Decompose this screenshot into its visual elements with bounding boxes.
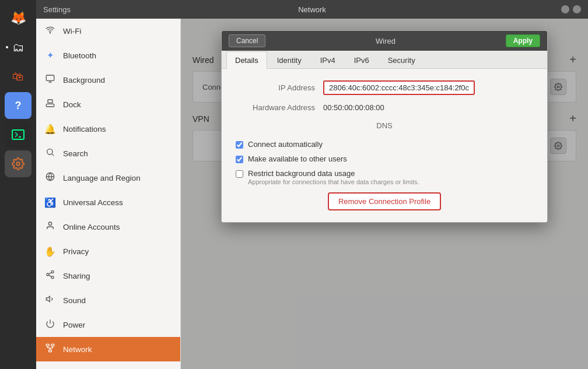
power-icon	[44, 319, 56, 331]
tab-details[interactable]: Details	[226, 51, 267, 69]
ip-address-row: IP Address 2806:40c:6002:cccc:48c3:345e:…	[236, 80, 533, 95]
sidebar-sharing-label: Sharing	[63, 272, 90, 280]
taskbar-files[interactable]: 🗂	[5, 34, 32, 61]
bluetooth-icon: ✦	[44, 50, 56, 61]
sidebar-item-power[interactable]: Power	[36, 312, 180, 337]
sidebar-item-sharing[interactable]: Sharing	[36, 263, 180, 288]
main-content: Settings Network Wi-Fi	[36, 0, 588, 369]
taskbar: 🦊 🗂 🛍 ?	[0, 0, 36, 369]
search-icon	[44, 147, 56, 159]
sidebar-item-privacy[interactable]: ✋ Privacy	[36, 239, 180, 263]
svg-marker-19	[46, 296, 50, 301]
background-icon	[44, 74, 56, 86]
minimize-button[interactable]	[561, 5, 569, 13]
dialog-body: IP Address 2806:40c:6002:cccc:48c3:345e:…	[222, 69, 547, 222]
language-icon	[44, 172, 56, 184]
dialog-titlebar: Cancel Wired Apply	[222, 31, 547, 51]
ip-address-label: IP Address	[236, 83, 323, 92]
sidebar-item-bluetooth[interactable]: ✦ Bluetooth	[36, 43, 180, 68]
hardware-address-row: Hardware Address 00:50:00:00:08:00	[236, 103, 533, 112]
sidebar-privacy-label: Privacy	[63, 247, 89, 256]
hardware-address-value: 00:50:00:00:08:00	[323, 103, 384, 112]
svg-rect-22	[51, 344, 54, 346]
taskbar-store[interactable]: 🛍	[5, 63, 32, 90]
ip-address-value: 2806:40c:6002:cccc:48c3:345e:c184:2f0c	[323, 80, 475, 95]
available-users-checkbox[interactable]	[236, 156, 243, 163]
sidebar-notifications-label: Notifications	[63, 125, 106, 133]
available-users-label[interactable]: Make available to other users	[248, 154, 347, 163]
tab-security[interactable]: Security	[379, 51, 424, 69]
tab-ipv6[interactable]: IPv6	[345, 51, 378, 69]
sidebar-item-dock[interactable]: Dock	[36, 92, 180, 117]
sidebar-dock-label: Dock	[63, 100, 81, 109]
dialog-title: Wired	[376, 37, 396, 45]
tab-ipv4[interactable]: IPv4	[312, 51, 344, 69]
sidebar-network-label: Network	[63, 345, 92, 354]
sidebar-item-sound[interactable]: Sound	[36, 288, 180, 312]
cancel-button[interactable]: Cancel	[229, 34, 265, 47]
dialog-overlay: Cancel Wired Apply Details Identity IPv4…	[181, 19, 588, 369]
taskbar-help[interactable]: ?	[5, 92, 32, 119]
sidebar-background-label: Background	[63, 76, 105, 85]
svg-point-15	[47, 273, 49, 276]
sidebar-item-background[interactable]: Background	[36, 68, 180, 92]
privacy-icon: ✋	[44, 246, 56, 257]
restrict-data-row: Restrict background data usage Appropria…	[236, 169, 533, 185]
sidebar-language-label: Language and Region	[63, 174, 141, 182]
sidebar-search-label: Search	[63, 149, 88, 158]
sidebar-item-notifications[interactable]: 🔔 Notifications	[36, 117, 180, 141]
network-icon	[44, 343, 56, 355]
svg-line-18	[49, 272, 52, 274]
sound-icon	[44, 294, 56, 306]
sidebar-item-devices[interactable]: Devices ▶	[36, 361, 180, 369]
tab-identity[interactable]: Identity	[268, 51, 310, 69]
taskbar-firefox[interactable]: 🦊	[5, 5, 32, 31]
svg-line-10	[52, 154, 54, 156]
sidebar-item-language[interactable]: Language and Region	[36, 166, 180, 190]
titlebar-settings-label: Settings	[43, 5, 71, 14]
svg-point-13	[48, 222, 51, 225]
sidebar-universal-label: Universal Access	[63, 198, 123, 207]
sidebar-item-network[interactable]: Network	[36, 337, 180, 361]
available-users-row: Make available to other users	[236, 154, 533, 163]
wired-dialog: Cancel Wired Apply Details Identity IPv4…	[221, 30, 548, 223]
restrict-data-sublabel: Appropriate for connections that have da…	[248, 178, 419, 185]
sidebar-bluetooth-label: Bluetooth	[63, 51, 96, 60]
sidebar: Wi-Fi ✦ Bluetooth Background	[36, 19, 181, 369]
dialog-tabs: Details Identity IPv4 IPv6 Security	[222, 51, 547, 69]
maximize-button[interactable]	[573, 5, 581, 13]
svg-point-14	[51, 270, 54, 273]
dns-label: DNS	[376, 121, 392, 130]
taskbar-settings[interactable]	[5, 150, 32, 177]
sharing-icon	[44, 270, 56, 282]
sidebar-item-universal[interactable]: ♿ Universal Access	[36, 190, 180, 215]
sidebar-wifi-label: Wi-Fi	[63, 27, 81, 36]
restrict-data-checkbox[interactable]	[236, 170, 243, 178]
wifi-icon	[44, 25, 56, 37]
apply-button[interactable]: Apply	[506, 34, 540, 47]
connect-auto-row: Connect automatically	[236, 140, 533, 149]
dock-icon	[44, 99, 56, 110]
titlebar-controls	[561, 5, 581, 13]
taskbar-terminal[interactable]	[5, 121, 32, 148]
remove-connection-button[interactable]: Remove Connection Profile	[328, 192, 441, 210]
sidebar-item-online-accounts[interactable]: Online Accounts	[36, 215, 180, 239]
sidebar-power-label: Power	[63, 321, 85, 329]
titlebar-title: Network	[298, 5, 326, 14]
svg-rect-23	[49, 350, 52, 352]
svg-rect-21	[46, 344, 49, 346]
content-area: Network Wired + Connected ON	[181, 19, 588, 369]
sidebar-sound-label: Sound	[63, 296, 86, 305]
svg-rect-4	[46, 75, 54, 80]
svg-point-3	[50, 33, 50, 33]
connect-auto-checkbox[interactable]	[236, 141, 243, 149]
svg-rect-7	[46, 104, 54, 107]
connect-auto-label[interactable]: Connect automatically	[248, 140, 323, 149]
sidebar-online-accounts-label: Online Accounts	[63, 223, 120, 231]
svg-rect-8	[48, 100, 52, 103]
sidebar-item-wifi[interactable]: Wi-Fi	[36, 19, 180, 43]
online-accounts-icon	[44, 221, 56, 233]
settings-layout: Wi-Fi ✦ Bluetooth Background	[36, 19, 588, 369]
sidebar-item-search[interactable]: Search	[36, 141, 180, 166]
svg-line-17	[49, 275, 52, 277]
